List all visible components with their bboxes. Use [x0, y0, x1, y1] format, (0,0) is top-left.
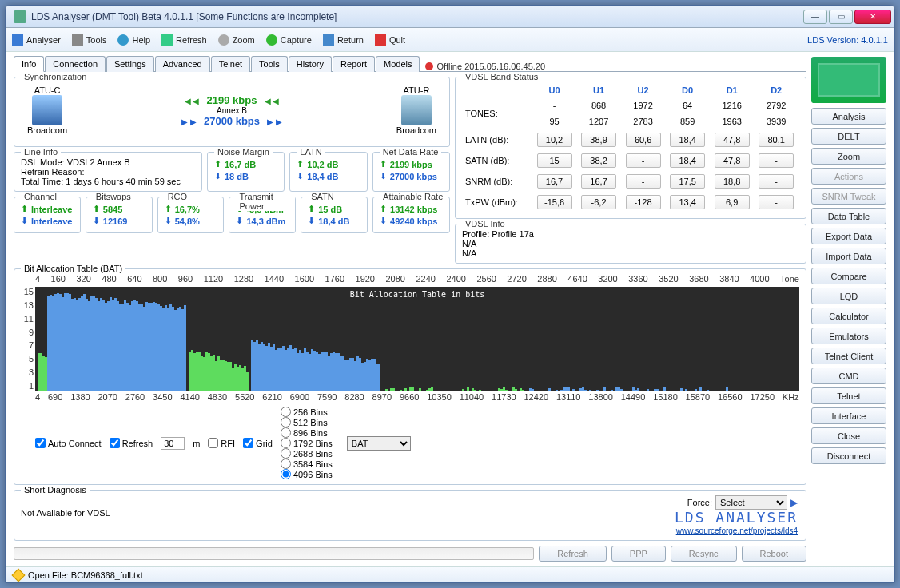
bins-radio-5[interactable]: 3584 Bins — [281, 459, 333, 469]
rfi-checkbox[interactable]: RFI — [208, 438, 235, 448]
app-icon — [14, 10, 26, 23]
auto-connect-checkbox[interactable]: Auto Connect — [35, 438, 102, 448]
import-data-button[interactable]: Import Data — [811, 248, 886, 264]
tab-settings[interactable]: Settings — [106, 56, 154, 72]
line-info-box: Line Info DSL Mode: VDSL2 Annex B Retrai… — [14, 152, 202, 192]
tab-models[interactable]: Models — [376, 56, 420, 72]
tools-button[interactable]: Tools — [72, 34, 107, 46]
cmd-button[interactable]: CMD — [811, 368, 886, 384]
bins-radio-1[interactable]: 512 Bins — [281, 417, 333, 427]
downstream-rate: 27000 kbps — [204, 115, 260, 127]
reboot-button[interactable]: Reboot — [742, 546, 806, 562]
analyser-icon — [12, 34, 23, 46]
return-button[interactable]: Return — [323, 34, 364, 46]
bat-select[interactable]: BAT — [347, 436, 411, 451]
refresh-button[interactable]: Refresh — [161, 34, 207, 46]
atu-r: ATU-R Broadcom — [396, 85, 436, 135]
bins-radio-2[interactable]: 896 Bins — [281, 427, 333, 438]
sync-box: Synchronization ATU-C Broadcom ◀ ◀ 2199 … — [14, 77, 450, 147]
sidebar: Analysis DELT Zoom Actions SNRM Tweak Da… — [811, 55, 886, 565]
play-icon[interactable]: ▶ — [790, 497, 798, 508]
tab-advanced[interactable]: Advanced — [155, 56, 210, 72]
lqd-button[interactable]: LQD — [811, 288, 886, 304]
telnet-client-button[interactable]: Telnet Client — [811, 348, 886, 364]
analyser-button[interactable]: Analyser — [12, 34, 61, 46]
capture-icon — [266, 34, 277, 46]
help-icon — [117, 34, 129, 46]
bat-box: Bit Allocation Table (BAT) 4160320480640… — [14, 268, 806, 485]
tab-report[interactable]: Report — [333, 56, 375, 72]
close-button[interactable]: ✕ — [854, 10, 891, 24]
calculator-button[interactable]: Calculator — [811, 308, 886, 324]
warning-icon — [12, 568, 26, 582]
bat-options: Auto Connect Refresh m RFI Grid 256 Bins… — [35, 407, 799, 479]
zoom-button[interactable]: Zoom — [218, 34, 255, 46]
tab-bar: InfoConnectionSettingsAdvancedTelnetTool… — [14, 55, 806, 72]
data-table-button[interactable]: Data Table — [811, 208, 886, 224]
satn-box: SATN ⬆15 dB ⬇18,4 dB — [301, 197, 368, 233]
window-title: LDS Analyser (DMT Tool) Beta 4.0.1.1 [So… — [31, 11, 803, 22]
version-label: LDS Version: 4.0.1.1 — [807, 35, 888, 45]
resync-button[interactable]: Resync — [671, 546, 737, 562]
emulators-button[interactable]: Emulators — [811, 328, 886, 344]
interface-button[interactable]: Interface — [811, 407, 886, 424]
force-select[interactable]: Select — [715, 495, 787, 510]
compare-button[interactable]: Compare — [811, 268, 886, 284]
analysis-button[interactable]: Analysis — [811, 108, 886, 125]
bins-radio-0[interactable]: 256 Bins — [281, 407, 333, 417]
tab-telnet[interactable]: Telnet — [211, 56, 250, 72]
export-data-button[interactable]: Export Data — [811, 228, 886, 244]
snrm-tweak-button[interactable]: SNRM Tweak — [811, 188, 886, 205]
grid-checkbox[interactable]: Grid — [243, 438, 273, 448]
return-icon — [323, 34, 334, 46]
board-image — [811, 57, 886, 103]
app-window: LDS Analyser (DMT Tool) Beta 4.0.1.1 [So… — [5, 5, 895, 583]
tab-history[interactable]: History — [289, 56, 332, 72]
refresh-bottom-button[interactable]: Refresh — [539, 546, 607, 562]
annex-label: Annex B — [67, 106, 396, 115]
bitswaps-box: Bitswaps ⬆5845 ⬇12169 — [86, 197, 153, 233]
actions-button[interactable]: Actions — [811, 168, 886, 185]
status-file: Open File: BCM96368_full.txt — [28, 570, 143, 580]
capture-button[interactable]: Capture — [266, 34, 312, 46]
refresh-spinner[interactable] — [161, 437, 185, 450]
project-link[interactable]: www.sourceforge.net/projects/lds4 — [676, 526, 798, 535]
vdsl-info-box: VDSL Info Profile: Profile 17a N/A N/A — [455, 224, 806, 264]
bat-chart[interactable]: 15131197531 Bit Allocation Table in bits — [35, 287, 799, 391]
logo-text: LDS ANALYSER — [675, 509, 798, 526]
delt-button[interactable]: DELT — [811, 128, 886, 145]
bottom-buttons: Refresh PPP Resync Reboot — [14, 546, 806, 562]
bins-radio-4[interactable]: 2688 Bins — [281, 448, 333, 459]
disconnect-button[interactable]: Disconnect — [811, 447, 886, 464]
refresh-checkbox[interactable]: Refresh — [110, 438, 153, 448]
tools-icon — [72, 34, 83, 46]
maximize-button[interactable]: ▭ — [829, 10, 853, 24]
latn-box: LATN ⬆10,2 dB ⬇18,4 dB — [289, 152, 367, 192]
tab-tools[interactable]: Tools — [251, 56, 288, 72]
offline-status: Offline 2015.05.16.06.45.20 — [425, 62, 545, 71]
bins-radio-6[interactable]: 4096 Bins — [281, 469, 333, 479]
pc-icon — [32, 95, 62, 125]
tab-connection[interactable]: Connection — [45, 56, 106, 72]
net-data-rate-box: Net Data Rate ⬆2199 kbps ⬇27000 kbps — [372, 152, 450, 192]
quit-icon — [375, 34, 386, 46]
close-side-button[interactable]: Close — [811, 427, 886, 444]
router-icon — [401, 95, 432, 125]
diagnosis-box: Short Diagnosis Not Available for VDSL F… — [14, 490, 806, 541]
toolbar: Analyser Tools Help Refresh Zoom Capture… — [6, 28, 894, 52]
help-button[interactable]: Help — [117, 34, 150, 46]
quit-button[interactable]: Quit — [375, 34, 405, 46]
sync-legend: Synchronization — [21, 72, 90, 81]
minimize-button[interactable]: — — [803, 10, 827, 24]
offline-icon — [425, 62, 433, 70]
zoom-side-button[interactable]: Zoom — [811, 148, 886, 165]
transmit-power-box: Transmit Power ⬆-5,8 dBm ⬇14,3 dBm — [229, 197, 296, 233]
telnet-button[interactable]: Telnet — [811, 387, 886, 404]
tab-info[interactable]: Info — [14, 56, 44, 72]
atu-c: ATU-C Broadcom — [27, 85, 67, 135]
ppp-button[interactable]: PPP — [611, 546, 666, 562]
zoom-icon — [218, 34, 229, 46]
rco-box: RCO ⬆16,7% ⬇54,8% — [157, 197, 225, 233]
bins-radio-3[interactable]: 1792 Bins — [281, 438, 333, 448]
upstream-rate: 2199 kbps — [207, 94, 257, 106]
